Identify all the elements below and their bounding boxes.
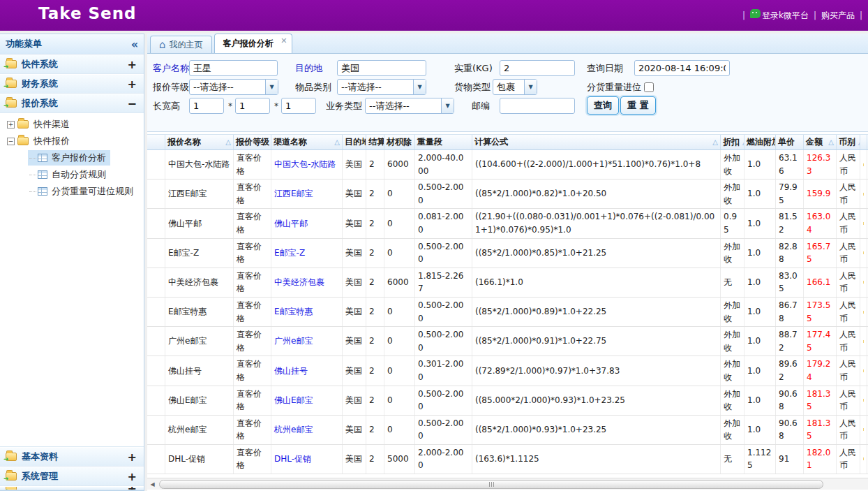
chevron-down-icon[interactable]: ▼ (265, 80, 278, 94)
collapse-sidebar-icon[interactable]: « (131, 38, 138, 51)
cell-unit: 91 (776, 445, 804, 474)
column-header-volume[interactable]: 材积除△ (384, 135, 415, 149)
scroll-left-icon[interactable]: ◀ (147, 479, 158, 490)
collapse-icon[interactable]: − (7, 138, 15, 145)
cell-channel[interactable]: 佛山平邮 (271, 209, 343, 237)
width-input[interactable] (235, 98, 270, 114)
table-row[interactable]: 佛山挂号直客价格佛山挂号美国200.301-2.000((72.89*2/1.0… (147, 356, 868, 386)
table-row[interactable]: 佛山E邮宝直客价格佛山E邮宝美国200.500-2.000((85.000*2/… (147, 386, 868, 416)
cell-channel[interactable]: E邮宝特惠 (271, 298, 343, 326)
sort-icon: △ (225, 138, 231, 146)
table-row[interactable]: E邮宝-Z直客价格E邮宝-Z美国200.500-2.000((85*2/1.00… (147, 239, 868, 268)
cell-channel[interactable]: 杭州e邮宝 (271, 416, 343, 444)
table-row[interactable]: 广州e邮宝直客价格广州e邮宝美国200.500-2.000((85*2/1.00… (147, 327, 868, 356)
buy-product-link[interactable]: 购买产品 (821, 10, 855, 22)
sidebar-group-system-admin[interactable]: 系统管理 + (0, 467, 144, 486)
column-header-settle[interactable]: 结算重量△ (366, 135, 384, 149)
tree-node-customer-quote-analysis[interactable]: 客户报价分析 (0, 149, 144, 166)
carry-weight-checkbox[interactable] (644, 82, 654, 92)
item-category-select[interactable]: --请选择-- ▼ (337, 79, 426, 95)
business-type-select[interactable]: --请选择-- ▼ (365, 98, 454, 114)
close-icon[interactable]: ✕ (280, 36, 287, 45)
column-header-formula[interactable]: 计算公式△ (472, 135, 721, 149)
column-header-dest[interactable]: 目的地△ (343, 135, 366, 149)
cell-weight: 2.000-2.000 (415, 445, 472, 474)
table-row[interactable]: 中美经济包裹直客价格中美经济包裹美国260001.815-2.267(166.1… (147, 268, 868, 298)
tree-node-express-quote[interactable]: − 快件报价 (0, 133, 144, 149)
length-input[interactable] (189, 98, 224, 114)
destination-input[interactable] (337, 60, 426, 76)
height-input[interactable] (281, 98, 316, 114)
cell-formula: ((104.600+((2-2.000)/1.000+1)*51.100)*0.… (472, 150, 721, 179)
sidebar-group-basic-data[interactable]: 基本资料 + (0, 447, 144, 467)
group-label: 系统管理 (22, 470, 58, 483)
minus-icon[interactable]: − (128, 97, 137, 110)
cell-dest: 美国 (343, 239, 366, 268)
column-header-currency[interactable]: 币别△ (837, 135, 860, 149)
cell-currency: 人民币 (837, 416, 860, 444)
table-row[interactable]: DHL-促销直客价格DHL-促销美国250002.000-2.000(163.6… (147, 445, 868, 474)
quote-grade-select[interactable]: --请选择-- ▼ (189, 79, 278, 95)
cell-channel[interactable]: 江西E邮宝 (271, 179, 343, 208)
cell-channel[interactable]: 佛山E邮宝 (271, 386, 343, 415)
column-header-discount[interactable]: 折扣△ (721, 135, 744, 149)
sidebar-group-partial[interactable]: + (0, 486, 144, 490)
column-header-amount[interactable]: 金额△ (804, 135, 837, 149)
tree-node-auto-split-rule[interactable]: 自动分货规则 (0, 166, 144, 183)
reset-button[interactable]: 重 置 (620, 96, 656, 115)
table-row[interactable]: 佛山平邮直客价格佛山平邮美国200.081-2.000((21.90+((0.0… (147, 209, 868, 238)
cell-dest: 美国 (343, 150, 366, 179)
cell-amount: 165.75 (804, 239, 837, 268)
column-header-fuel[interactable]: 燃油附加△ (744, 135, 776, 149)
sidebar-group-express[interactable]: 快件系统 + (0, 54, 144, 74)
actual-weight-input[interactable] (500, 60, 575, 76)
tree-node-split-weight-carry-rule[interactable]: 分货重量可进位规则 (0, 183, 144, 200)
table-row[interactable]: 江西E邮宝直客价格江西E邮宝美国200.500-2.000((85*2/1.00… (147, 179, 868, 209)
chevron-down-icon[interactable]: ▼ (441, 98, 454, 113)
form-row-2: 报价等级 --请选择-- ▼ 物品类别 --请选择-- ▼ 货物类型 包裹 ▼ … (147, 79, 868, 96)
column-header-name[interactable]: 报价名称△ (165, 135, 234, 149)
plus-icon[interactable]: + (128, 450, 137, 464)
cell-name: DHL-促销 (165, 445, 234, 474)
cell-channel[interactable]: 中国大包-水陆路 (271, 150, 343, 179)
cell-settle: 2 (366, 298, 384, 326)
tab-customer-quote-analysis[interactable]: 客户报价分析 ✕ (214, 34, 292, 53)
column-header-grade[interactable]: 报价等级△ (234, 135, 271, 149)
plus-icon[interactable]: + (128, 58, 137, 71)
cell-sliver (860, 298, 867, 326)
cell-channel[interactable]: DHL-促销 (271, 445, 343, 474)
chevron-down-icon[interactable]: ▼ (413, 80, 426, 94)
sidebar-group-quote[interactable]: 报价系统 − (0, 94, 144, 113)
customer-name-input[interactable] (189, 60, 278, 76)
cell-formula: ((72.89*2/1.000)*0.97)*1.0+37.83 (472, 356, 721, 385)
tree-node-label: 客户报价分析 (52, 152, 106, 164)
query-date-input[interactable] (634, 60, 730, 76)
column-header-weight[interactable]: 重量段 (415, 135, 472, 149)
column-header-unit[interactable]: 单价 (776, 135, 804, 149)
search-button[interactable]: 查询 (587, 96, 619, 115)
sidebar-group-finance[interactable]: 财务系统 + (0, 74, 144, 94)
tree-node-express-channel[interactable]: + 快件渠道 (0, 116, 144, 133)
plus-icon[interactable]: + (128, 78, 137, 91)
cell-channel[interactable]: 中美经济包裹 (271, 268, 343, 297)
tab-my-home[interactable]: ⌂ 我的主页 (150, 36, 212, 53)
cell-settle: 2 (366, 327, 384, 356)
cell-dest: 美国 (343, 298, 366, 326)
column-header-channel[interactable]: 渠道名称△ (271, 135, 343, 149)
expand-icon[interactable]: + (7, 121, 15, 129)
folder-icon (6, 80, 17, 88)
table-row[interactable]: E邮宝特惠直客价格E邮宝特惠美国200.500-2.000((85*2/1.00… (147, 298, 868, 327)
plus-icon[interactable]: + (128, 470, 137, 483)
cell-weight: 2.000-40.000 (415, 150, 472, 179)
table-row[interactable]: 中国大包-水陆路直客价格中国大包-水陆路美国260002.000-40.000(… (147, 150, 868, 179)
login-kwei-link[interactable]: 登录k微平台 (750, 9, 809, 22)
cell-channel[interactable]: 广州e邮宝 (271, 327, 343, 356)
zip-code-input[interactable] (500, 98, 575, 114)
cargo-type-select[interactable]: 包裹 ▼ (493, 79, 537, 95)
cell-channel[interactable]: 佛山挂号 (271, 356, 343, 385)
scrollbar-thumb[interactable] (159, 480, 823, 489)
cell-channel[interactable]: E邮宝-Z (271, 239, 343, 268)
chevron-down-icon[interactable]: ▼ (524, 80, 537, 94)
cell-fuel: 1.1125 (744, 445, 776, 474)
table-row[interactable]: 杭州e邮宝直客价格杭州e邮宝美国200.500-2.000((85*2/1.00… (147, 416, 868, 445)
